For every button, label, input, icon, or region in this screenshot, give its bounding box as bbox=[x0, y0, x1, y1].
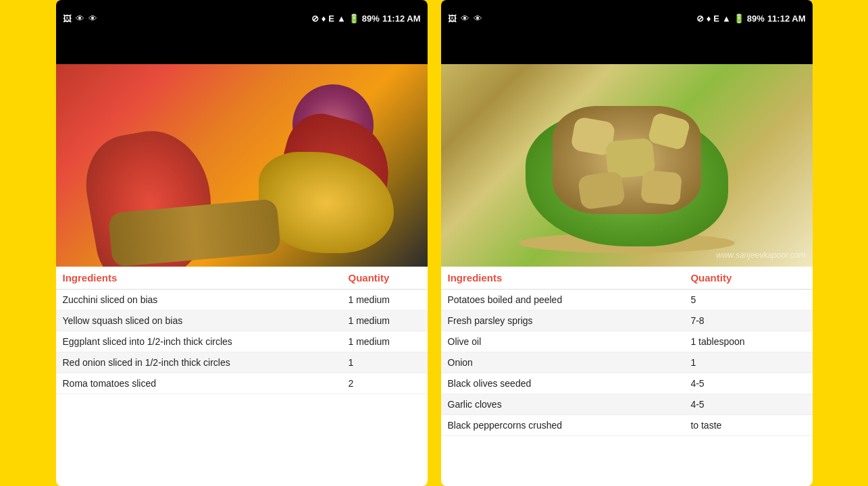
right-ingredient-name: Black olives seeded bbox=[441, 373, 684, 394]
right-table-row: Garlic cloves4-5 bbox=[441, 394, 813, 415]
right-ingredient-name: Black peppercorns crushed bbox=[441, 415, 684, 436]
left-ingredient-quantity: 1 medium bbox=[341, 290, 427, 310]
right-header-ingredients: Ingredients bbox=[441, 267, 684, 290]
right-table-section: Ingredients Quantity Potatoes boiled and… bbox=[441, 267, 813, 436]
right-signal-text: E bbox=[713, 14, 719, 24]
main-container: 🖼 👁 👁 ⊘ ♦ E ▲ 🔋 89% 11:12 AM bbox=[0, 0, 868, 486]
right-table-row: Fresh parsley sprigs7-8 bbox=[441, 310, 813, 331]
potato-graphic bbox=[553, 106, 701, 214]
left-header-ingredients: Ingredients bbox=[56, 267, 342, 290]
left-table-row: Red onion sliced in 1/2-inch thick circl… bbox=[56, 352, 428, 373]
right-eye2-icon: 👁 bbox=[474, 14, 482, 24]
left-status-right: ⊘ ♦ E ▲ 🔋 89% 11:12 AM bbox=[311, 14, 421, 24]
left-header-quantity: Quantity bbox=[341, 267, 427, 290]
right-ingredient-name: Potatoes boiled and peeled bbox=[441, 290, 684, 310]
watermark: www.sanjeevkapoor.com bbox=[716, 250, 805, 260]
signal-bars: ▲ bbox=[337, 14, 346, 24]
right-signal-bars: ▲ bbox=[722, 14, 731, 24]
right-ingredient-name: Fresh parsley sprigs bbox=[441, 310, 684, 331]
right-status-right: ⊘ ♦ E ▲ 🔋 89% 11:12 AM bbox=[696, 14, 806, 24]
left-table-row: Eggplant sliced into 1/2-inch thick circ… bbox=[56, 331, 428, 352]
potato-chunk-4 bbox=[577, 171, 625, 211]
right-food-image: www.sanjeevkapoor.com bbox=[441, 64, 813, 267]
right-ingredient-quantity: 4-5 bbox=[684, 394, 812, 415]
left-table-row: Zucchini sliced on bias1 medium bbox=[56, 290, 428, 310]
signal-text: E bbox=[328, 14, 334, 24]
right-eye-icon: 👁 bbox=[461, 14, 469, 24]
right-table-row: Black olives seeded4-5 bbox=[441, 373, 813, 394]
potato-chunk-5 bbox=[640, 170, 682, 206]
right-status-icons: 🖼 👁 👁 bbox=[448, 14, 482, 24]
right-header-bar bbox=[441, 37, 813, 64]
eye-icon: 👁 bbox=[76, 14, 84, 24]
left-ingredient-name: Roma tomatoes sliced bbox=[56, 373, 342, 394]
wifi-icon: ♦ bbox=[322, 14, 326, 24]
left-ingredients-table: Ingredients Quantity Zucchini sliced on … bbox=[56, 267, 428, 394]
left-table-section: Ingredients Quantity Zucchini sliced on … bbox=[56, 267, 428, 394]
left-ingredient-quantity: 2 bbox=[341, 373, 427, 394]
left-ingredient-name: Zucchini sliced on bias bbox=[56, 290, 342, 310]
eye2-icon: 👁 bbox=[88, 14, 97, 24]
right-ingredient-quantity: to taste bbox=[684, 415, 812, 436]
left-table-row: Yellow squash sliced on bias1 medium bbox=[56, 310, 428, 331]
right-table-row: Black peppercorns crushedto taste bbox=[441, 415, 813, 436]
right-table-row: Onion1 bbox=[441, 352, 813, 373]
left-ingredient-name: Eggplant sliced into 1/2-inch thick circ… bbox=[56, 331, 342, 352]
block-icon: ⊘ bbox=[311, 14, 319, 24]
right-ingredient-quantity: 7-8 bbox=[684, 310, 812, 331]
left-ingredient-name: Yellow squash sliced on bias bbox=[56, 310, 342, 331]
left-header-bar bbox=[56, 37, 428, 64]
right-image-icon: 🖼 bbox=[448, 14, 457, 24]
left-ingredient-quantity: 1 bbox=[341, 352, 427, 373]
battery-icon: 🔋 bbox=[349, 14, 359, 24]
right-block-icon: ⊘ bbox=[696, 14, 704, 24]
left-status-icons: 🖼 👁 👁 bbox=[63, 14, 97, 24]
right-ingredient-quantity: 4-5 bbox=[684, 373, 812, 394]
battery-percent: 89% bbox=[362, 14, 380, 24]
right-wifi-icon: ♦ bbox=[707, 14, 711, 24]
right-ingredient-quantity: 1 bbox=[684, 352, 812, 373]
left-food-image bbox=[56, 64, 428, 267]
right-time-display: 11:12 AM bbox=[767, 14, 806, 24]
right-ingredient-name: Garlic cloves bbox=[441, 394, 684, 415]
right-phone: 🖼 👁 👁 ⊘ ♦ E ▲ 🔋 89% 11:12 AM bbox=[441, 0, 813, 486]
left-ingredient-name: Red onion sliced in 1/2-inch thick circl… bbox=[56, 352, 342, 373]
time-display: 11:12 AM bbox=[382, 14, 421, 24]
left-table-row: Roma tomatoes sliced2 bbox=[56, 373, 428, 394]
right-ingredient-quantity: 5 bbox=[684, 290, 812, 310]
right-header-quantity: Quantity bbox=[684, 267, 812, 290]
right-ingredient-quantity: 1 tablespoon bbox=[684, 331, 812, 352]
right-table-row: Olive oil1 tablespoon bbox=[441, 331, 813, 352]
right-ingredient-name: Onion bbox=[441, 352, 684, 373]
right-table-row: Potatoes boiled and peeled5 bbox=[441, 290, 813, 310]
right-status-bar: 🖼 👁 👁 ⊘ ♦ E ▲ 🔋 89% 11:12 AM bbox=[441, 0, 813, 37]
potato-chunk-3 bbox=[647, 112, 691, 151]
left-phone: 🖼 👁 👁 ⊘ ♦ E ▲ 🔋 89% 11:12 AM bbox=[56, 0, 428, 486]
left-ingredient-quantity: 1 medium bbox=[341, 310, 427, 331]
right-ingredients-table: Ingredients Quantity Potatoes boiled and… bbox=[441, 267, 813, 436]
right-battery-percent: 89% bbox=[747, 14, 765, 24]
right-ingredient-name: Olive oil bbox=[441, 331, 684, 352]
image-icon: 🖼 bbox=[63, 14, 72, 24]
right-battery-icon: 🔋 bbox=[734, 14, 744, 24]
left-ingredient-quantity: 1 medium bbox=[341, 331, 427, 352]
left-status-bar: 🖼 👁 👁 ⊘ ♦ E ▲ 🔋 89% 11:12 AM bbox=[56, 0, 428, 37]
